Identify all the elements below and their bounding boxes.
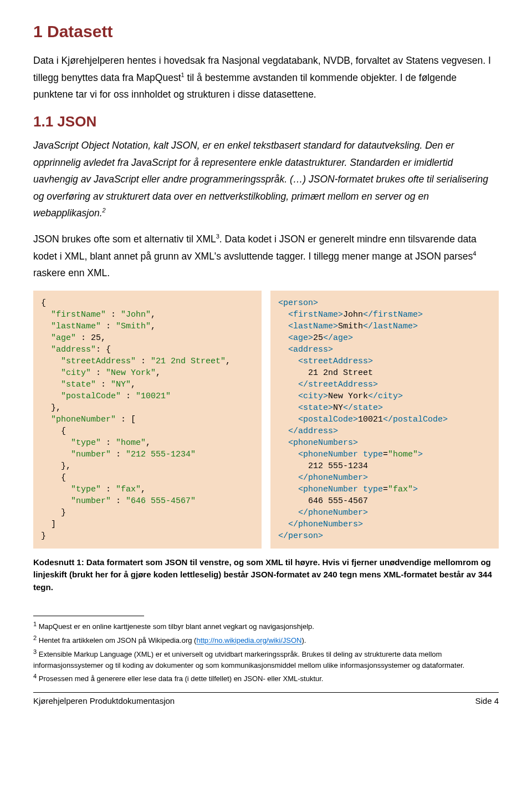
heading-1: 1 Datasett [33,22,499,41]
code-comparison: { "firstName" : "John", "lastName" : "Sm… [33,291,499,549]
text: MapQuest er en online karttjeneste som t… [37,623,314,631]
text: JavaScript Object Notation, kalt JSON, e… [33,140,488,219]
footnote-1: 1 MapQuest er en online karttjeneste som… [33,620,499,632]
footnote-ref-4: 4 [473,250,476,257]
code-caption: Kodesnutt 1: Data formatert som JSON til… [33,556,499,594]
paragraph-intro: Data i Kjørehjelperen hentes i hovedsak … [33,52,499,103]
heading-2: 1.1 JSON [33,113,499,130]
text: JSON brukes ofte som et alternativ til X… [33,234,216,245]
footnote-link[interactable]: http://no.wikipedia.org/wiki/JSON [196,637,301,645]
footnote-4: 4 Prosessen med å generere eller lese da… [33,672,499,684]
footnote-3: 3 Extensible Markup Language (XML) er et… [33,647,499,671]
page-footer: Kjørehjelperen Produktdokumentasjon Side… [33,696,499,717]
footer-page: Side 4 [475,696,499,706]
text: ). [301,637,306,645]
footer-title: Kjørehjelperen Produktdokumentasjon [33,696,175,706]
footer-separator [33,692,499,693]
text: Extensible Markup Language (XML) er et u… [33,650,464,669]
footnote-2: 2 Hentet fra artikkelen om JSON på Wikip… [33,633,499,646]
paragraph-json-desc: JavaScript Object Notation, kalt JSON, e… [33,137,499,222]
footnote-ref-2: 2 [103,207,106,214]
text: raskere enn XML. [33,267,110,278]
json-code-block: { "firstName" : "John", "lastName" : "Sm… [33,291,262,549]
xml-code-block: <person> <firstName>John</firstName> <la… [270,291,499,549]
text: Prosessen med å generere eller lese data… [37,675,323,683]
text: Hentet fra artikkelen om JSON på Wikiped… [37,637,196,645]
footnotes-separator [33,616,144,616]
paragraph-json-xml: JSON brukes ofte som et alternativ til X… [33,231,499,282]
